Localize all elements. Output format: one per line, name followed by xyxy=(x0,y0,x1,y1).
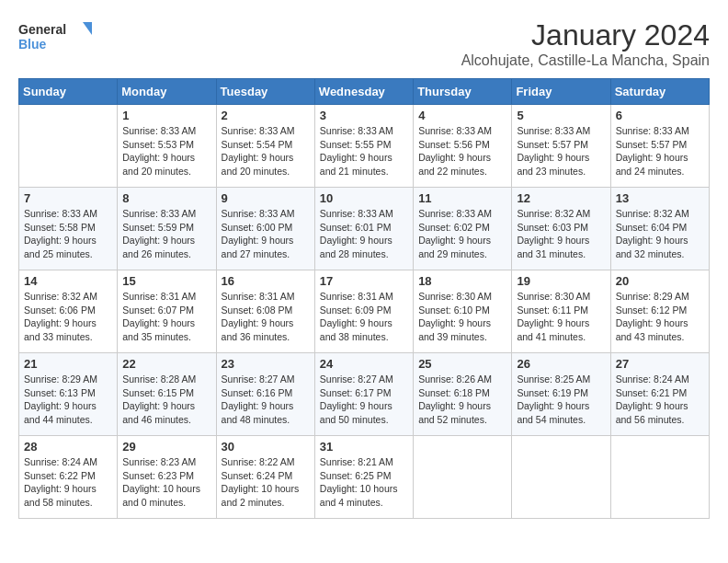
day-number: 28 xyxy=(24,440,112,454)
day-info: Sunrise: 8:23 AMSunset: 6:23 PMDaylight:… xyxy=(122,455,210,510)
day-info: Sunrise: 8:31 AMSunset: 6:07 PMDaylight:… xyxy=(122,290,210,344)
calendar-cell: 12 Sunrise: 8:32 AMSunset: 6:03 PMDaylig… xyxy=(512,188,610,270)
day-number: 15 xyxy=(122,274,210,288)
col-sunday: Sunday xyxy=(19,79,118,105)
day-info: Sunrise: 8:31 AMSunset: 6:08 PMDaylight:… xyxy=(222,290,310,344)
col-thursday: Thursday xyxy=(414,79,512,105)
day-number: 18 xyxy=(418,274,506,288)
svg-marker-2 xyxy=(83,22,92,35)
day-number: 22 xyxy=(122,357,210,371)
day-info: Sunrise: 8:33 AMSunset: 5:59 PMDaylight:… xyxy=(122,207,210,261)
calendar-cell xyxy=(512,436,610,519)
calendar-cell xyxy=(414,436,512,519)
day-info: Sunrise: 8:32 AMSunset: 6:03 PMDaylight:… xyxy=(517,207,605,261)
day-info: Sunrise: 8:33 AMSunset: 5:57 PMDaylight:… xyxy=(616,124,704,178)
day-info: Sunrise: 8:33 AMSunset: 5:58 PMDaylight:… xyxy=(24,207,112,261)
day-info: Sunrise: 8:31 AMSunset: 6:09 PMDaylight:… xyxy=(320,290,408,344)
day-info: Sunrise: 8:24 AMSunset: 6:22 PMDaylight:… xyxy=(24,455,112,510)
day-number: 10 xyxy=(320,191,408,205)
col-saturday: Saturday xyxy=(610,79,709,105)
calendar-cell: 29 Sunrise: 8:23 AMSunset: 6:23 PMDaylig… xyxy=(118,436,216,519)
col-friday: Friday xyxy=(512,79,610,105)
day-info: Sunrise: 8:33 AMSunset: 5:57 PMDaylight:… xyxy=(517,124,605,178)
calendar-cell: 31 Sunrise: 8:21 AMSunset: 6:25 PMDaylig… xyxy=(314,436,413,519)
day-number: 16 xyxy=(222,274,310,288)
day-info: Sunrise: 8:32 AMSunset: 6:06 PMDaylight:… xyxy=(24,290,112,344)
day-info: Sunrise: 8:33 AMSunset: 5:55 PMDaylight:… xyxy=(320,124,408,178)
calendar-cell xyxy=(19,105,118,188)
day-number: 13 xyxy=(616,191,704,205)
day-number: 30 xyxy=(222,440,310,454)
day-info: Sunrise: 8:33 AMSunset: 6:01 PMDaylight:… xyxy=(320,207,408,261)
day-info: Sunrise: 8:25 AMSunset: 6:19 PMDaylight:… xyxy=(517,373,605,427)
day-number: 4 xyxy=(418,109,506,122)
calendar-cell: 2 Sunrise: 8:33 AMSunset: 5:54 PMDayligh… xyxy=(216,105,314,188)
calendar-cell: 18 Sunrise: 8:30 AMSunset: 6:10 PMDaylig… xyxy=(414,270,512,353)
calendar-cell: 19 Sunrise: 8:30 AMSunset: 6:11 PMDaylig… xyxy=(512,270,610,353)
calendar-cell: 1 Sunrise: 8:33 AMSunset: 5:53 PMDayligh… xyxy=(118,105,216,188)
calendar-cell: 10 Sunrise: 8:33 AMSunset: 6:01 PMDaylig… xyxy=(314,188,413,270)
day-number: 17 xyxy=(320,274,408,288)
day-info: Sunrise: 8:27 AMSunset: 6:17 PMDaylight:… xyxy=(320,373,408,427)
day-number: 8 xyxy=(122,191,210,205)
calendar-cell: 26 Sunrise: 8:25 AMSunset: 6:19 PMDaylig… xyxy=(512,353,610,436)
day-number: 25 xyxy=(418,357,506,371)
day-info: Sunrise: 8:29 AMSunset: 6:13 PMDaylight:… xyxy=(24,373,112,427)
day-info: Sunrise: 8:32 AMSunset: 6:04 PMDaylight:… xyxy=(616,207,704,261)
calendar-cell: 17 Sunrise: 8:31 AMSunset: 6:09 PMDaylig… xyxy=(314,270,413,353)
col-monday: Monday xyxy=(118,79,216,105)
calendar-table: Sunday Monday Tuesday Wednesday Thursday… xyxy=(18,78,710,519)
calendar-cell xyxy=(610,436,709,519)
day-number: 31 xyxy=(320,440,408,454)
calendar-cell: 24 Sunrise: 8:27 AMSunset: 6:17 PMDaylig… xyxy=(314,353,413,436)
svg-text:Blue: Blue xyxy=(18,37,47,52)
calendar-cell: 3 Sunrise: 8:33 AMSunset: 5:55 PMDayligh… xyxy=(314,105,413,188)
calendar-cell: 20 Sunrise: 8:29 AMSunset: 6:12 PMDaylig… xyxy=(610,270,709,353)
calendar-week-1: 1 Sunrise: 8:33 AMSunset: 5:53 PMDayligh… xyxy=(19,105,710,188)
calendar-cell: 25 Sunrise: 8:26 AMSunset: 6:18 PMDaylig… xyxy=(414,353,512,436)
logo: General Blue xyxy=(18,18,92,55)
calendar-cell: 9 Sunrise: 8:33 AMSunset: 6:00 PMDayligh… xyxy=(216,188,314,270)
col-tuesday: Tuesday xyxy=(216,79,314,105)
day-number: 1 xyxy=(122,109,210,122)
day-number: 7 xyxy=(24,191,112,205)
calendar-cell: 11 Sunrise: 8:33 AMSunset: 6:02 PMDaylig… xyxy=(414,188,512,270)
title-block: January 2024 Alcohujate, Castille-La Man… xyxy=(461,18,710,69)
calendar-cell: 15 Sunrise: 8:31 AMSunset: 6:07 PMDaylig… xyxy=(118,270,216,353)
day-info: Sunrise: 8:30 AMSunset: 6:10 PMDaylight:… xyxy=(418,290,506,344)
logo-svg: General Blue xyxy=(18,18,92,55)
day-number: 9 xyxy=(222,191,310,205)
day-number: 23 xyxy=(222,357,310,371)
calendar-week-3: 14 Sunrise: 8:32 AMSunset: 6:06 PMDaylig… xyxy=(19,270,710,353)
day-number: 20 xyxy=(616,274,704,288)
day-info: Sunrise: 8:33 AMSunset: 5:53 PMDaylight:… xyxy=(122,124,210,178)
calendar-cell: 7 Sunrise: 8:33 AMSunset: 5:58 PMDayligh… xyxy=(19,188,118,270)
calendar-cell: 8 Sunrise: 8:33 AMSunset: 5:59 PMDayligh… xyxy=(118,188,216,270)
day-info: Sunrise: 8:24 AMSunset: 6:21 PMDaylight:… xyxy=(616,373,704,427)
calendar-week-4: 21 Sunrise: 8:29 AMSunset: 6:13 PMDaylig… xyxy=(19,353,710,436)
day-number: 12 xyxy=(517,191,605,205)
calendar-cell: 16 Sunrise: 8:31 AMSunset: 6:08 PMDaylig… xyxy=(216,270,314,353)
day-number: 26 xyxy=(517,357,605,371)
day-number: 27 xyxy=(616,357,704,371)
calendar-cell: 6 Sunrise: 8:33 AMSunset: 5:57 PMDayligh… xyxy=(610,105,709,188)
calendar-cell: 5 Sunrise: 8:33 AMSunset: 5:57 PMDayligh… xyxy=(512,105,610,188)
day-info: Sunrise: 8:29 AMSunset: 6:12 PMDaylight:… xyxy=(616,290,704,344)
day-number: 2 xyxy=(222,109,310,122)
calendar-week-2: 7 Sunrise: 8:33 AMSunset: 5:58 PMDayligh… xyxy=(19,188,710,270)
day-number: 11 xyxy=(418,191,506,205)
day-number: 5 xyxy=(517,109,605,122)
day-number: 24 xyxy=(320,357,408,371)
header-row: Sunday Monday Tuesday Wednesday Thursday… xyxy=(19,79,710,105)
page-header: General Blue January 2024 Alcohujate, Ca… xyxy=(18,18,710,69)
calendar-cell: 13 Sunrise: 8:32 AMSunset: 6:04 PMDaylig… xyxy=(610,188,709,270)
svg-text:General: General xyxy=(18,22,66,37)
calendar-cell: 21 Sunrise: 8:29 AMSunset: 6:13 PMDaylig… xyxy=(19,353,118,436)
calendar-week-5: 28 Sunrise: 8:24 AMSunset: 6:22 PMDaylig… xyxy=(19,436,710,519)
day-info: Sunrise: 8:28 AMSunset: 6:15 PMDaylight:… xyxy=(122,373,210,427)
day-number: 21 xyxy=(24,357,112,371)
day-info: Sunrise: 8:26 AMSunset: 6:18 PMDaylight:… xyxy=(418,373,506,427)
calendar-cell: 27 Sunrise: 8:24 AMSunset: 6:21 PMDaylig… xyxy=(610,353,709,436)
day-info: Sunrise: 8:33 AMSunset: 6:02 PMDaylight:… xyxy=(418,207,506,261)
calendar-cell: 28 Sunrise: 8:24 AMSunset: 6:22 PMDaylig… xyxy=(19,436,118,519)
